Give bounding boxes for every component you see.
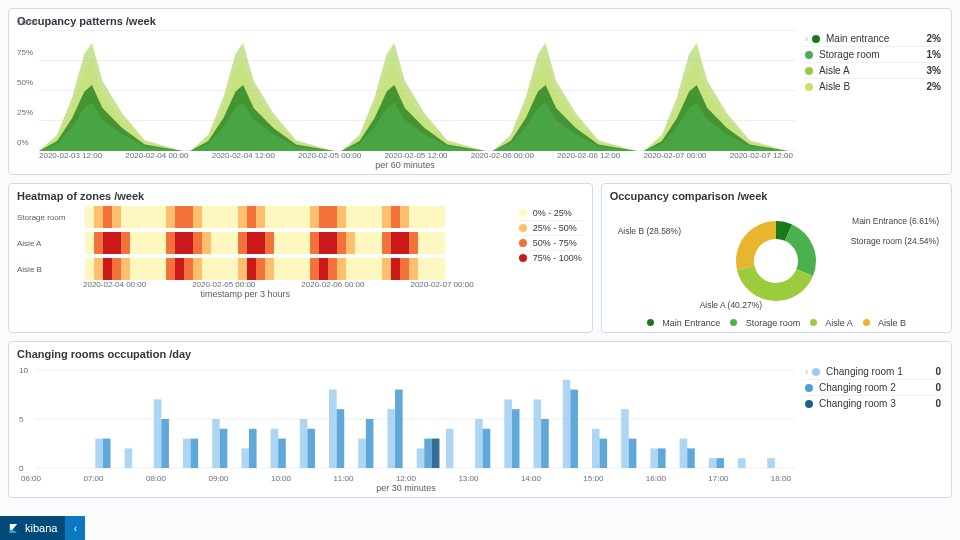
chevron-right-icon: › <box>805 367 808 377</box>
svg-rect-37 <box>337 409 345 468</box>
kibana-icon <box>8 523 19 534</box>
svg-rect-15 <box>358 439 366 468</box>
donut-legend: Main Entrance Storage room Aisle A Aisle… <box>610 318 943 328</box>
svg-rect-6 <box>95 439 103 468</box>
svg-rect-8 <box>154 399 162 468</box>
svg-rect-29 <box>767 458 775 468</box>
legend-changing: ›Changing room 10 Changing room 20 Chang… <box>803 364 943 493</box>
slice-label: Aisle B (28.58%) <box>618 226 681 236</box>
area-chart[interactable]: 0% 25% 50% 75% 100% <box>17 31 795 151</box>
panel-title: Changing rooms occupation /day <box>17 348 943 360</box>
svg-rect-44 <box>570 390 578 468</box>
legend-item[interactable]: ›Changing room 10 <box>803 364 943 380</box>
slice-label: Main Entrance (6.61%) <box>852 216 939 226</box>
x-axis-label: timestamp per 3 hours <box>17 289 584 299</box>
svg-rect-42 <box>512 409 520 468</box>
x-axis-ticks: 2020-02-03 12:002020-02-04 00:002020-02-… <box>17 151 943 160</box>
svg-rect-20 <box>504 399 512 468</box>
svg-rect-33 <box>220 429 228 468</box>
svg-rect-25 <box>650 448 658 468</box>
chevron-left-icon: ‹ <box>74 523 77 534</box>
legend-item[interactable]: Aisle A3% <box>803 63 943 79</box>
legend-item[interactable]: Storage room1% <box>803 47 943 63</box>
legend-item[interactable]: Changing room 20 <box>803 380 943 396</box>
bar-chart[interactable]: 0510 <box>17 364 795 474</box>
legend-item[interactable]: Changing room 30 <box>803 396 943 411</box>
legend-item[interactable]: Aisle B2% <box>803 79 943 94</box>
donut-chart[interactable]: Main Entrance (6.61%) Storage room (24.5… <box>610 206 943 316</box>
heatmap-grid[interactable] <box>85 206 445 280</box>
svg-rect-12 <box>271 429 279 468</box>
kibana-brand[interactable]: kibana <box>0 516 65 540</box>
svg-rect-31 <box>161 419 169 468</box>
panel-title: Occupancy comparison /week <box>610 190 943 202</box>
legend-occupancy: ›Main entrance2% Storage room1% Aisle A3… <box>803 31 943 151</box>
svg-rect-21 <box>534 399 542 468</box>
svg-rect-43 <box>541 419 549 468</box>
svg-rect-23 <box>592 429 600 468</box>
svg-rect-24 <box>621 409 629 468</box>
footer-bar: kibana ‹ <box>0 516 85 540</box>
svg-rect-34 <box>249 429 257 468</box>
svg-rect-39 <box>395 390 403 468</box>
svg-rect-16 <box>387 409 395 468</box>
svg-rect-26 <box>680 439 688 468</box>
svg-rect-47 <box>658 448 666 468</box>
panel-occupancy-patterns: Occupancy patterns /week 0% 25% 50% 75% … <box>8 8 952 175</box>
slice-label: Aisle A (40.27%) <box>700 300 762 310</box>
x-axis-label: per 30 minutes <box>17 483 795 493</box>
panel-heatmap: Heatmap of zones /week Storage roomAisle… <box>8 183 593 333</box>
svg-rect-30 <box>103 439 111 468</box>
panel-comparison: Occupancy comparison /week Main Entrance… <box>601 183 952 333</box>
panel-title: Occupancy patterns /week <box>17 15 943 27</box>
svg-rect-45 <box>600 439 608 468</box>
svg-rect-48 <box>687 448 695 468</box>
svg-rect-19 <box>475 419 483 468</box>
svg-rect-14 <box>329 390 337 468</box>
svg-rect-18 <box>446 429 454 468</box>
svg-rect-22 <box>563 380 571 468</box>
svg-rect-32 <box>191 439 199 468</box>
svg-rect-35 <box>278 439 286 468</box>
svg-rect-7 <box>125 448 133 468</box>
svg-text:0: 0 <box>19 464 24 473</box>
svg-text:10: 10 <box>19 366 29 375</box>
x-axis-ticks: 2020-02-04 00:002020-02-05 00:002020-02-… <box>17 280 584 289</box>
svg-text:5: 5 <box>19 415 24 424</box>
x-axis-ticks: 06:0007:0008:0009:0010:0011:0012:0013:00… <box>17 474 795 483</box>
collapse-button[interactable]: ‹ <box>65 516 85 540</box>
legend-item[interactable]: ›Main entrance2% <box>803 31 943 47</box>
svg-rect-13 <box>300 419 308 468</box>
svg-rect-11 <box>241 448 249 468</box>
svg-rect-38 <box>366 419 374 468</box>
svg-rect-49 <box>716 458 724 468</box>
heatmap-legend: 0% - 25% 25% - 50% 50% - 75% 75% - 100% <box>517 206 584 280</box>
svg-rect-9 <box>183 439 191 468</box>
svg-rect-40 <box>424 439 432 468</box>
slice-label: Storage room (24.54%) <box>851 236 939 246</box>
svg-rect-28 <box>738 458 746 468</box>
heatmap-row-labels: Storage roomAisle AAisle B <box>17 206 79 280</box>
svg-rect-46 <box>629 439 637 468</box>
panel-title: Heatmap of zones /week <box>17 190 584 202</box>
svg-rect-50 <box>432 439 440 468</box>
svg-rect-17 <box>417 448 425 468</box>
panel-changing-rooms: Changing rooms occupation /day 0510 06:0… <box>8 341 952 498</box>
svg-rect-27 <box>709 458 717 468</box>
chevron-right-icon: › <box>805 34 808 44</box>
svg-rect-41 <box>483 429 491 468</box>
svg-rect-10 <box>212 419 220 468</box>
x-axis-label: per 60 minutes <box>17 160 943 170</box>
svg-rect-36 <box>307 429 315 468</box>
